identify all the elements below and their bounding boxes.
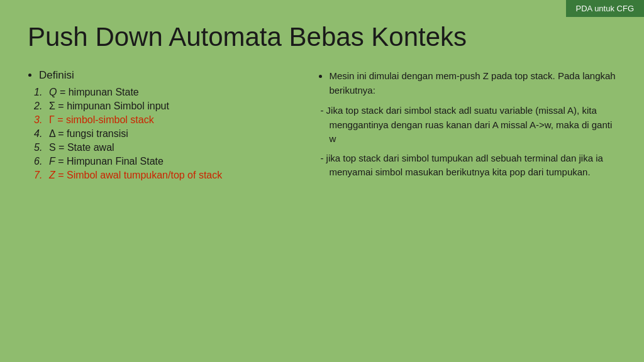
list-num-2: 2.	[34, 101, 49, 112]
list-num-1: 1.	[34, 87, 49, 98]
list-text-2: Σ = himpunan Simbol input	[49, 101, 169, 112]
list-text-3: Γ = simbol-simbol stack	[49, 114, 154, 126]
left-bullet-list: Definisi	[39, 69, 299, 82]
list-item-2: 2. Σ = himpunan Simbol input	[34, 101, 299, 112]
list-item-5: 5. S = State awal	[34, 142, 299, 153]
right-bullet-item: Mesin ini dimulai dengan mem-push Z pada…	[329, 69, 616, 97]
right-column: Mesin ini dimulai dengan mem-push Z pada…	[318, 69, 616, 185]
top-bar-text: PDA untuk CFG	[576, 4, 634, 13]
list-text-6: F = Himpunan Final State	[49, 156, 164, 167]
dash-item-1: Jika top stack dari simbol stack adl sua…	[320, 104, 616, 146]
list-text-4: Δ = fungsi transisi	[49, 128, 128, 140]
list-num-5: 5.	[34, 142, 49, 153]
slide-title: Push Down Automata Bebas Konteks	[28, 23, 616, 52]
definisi-item: Definisi	[39, 69, 299, 82]
list-text-1: Q = himpunan State	[49, 87, 139, 98]
list-num-4: 4.	[34, 128, 49, 140]
list-text-7: Z = Simbol awal tumpukan/top of stack	[49, 170, 222, 181]
right-bullet-list: Mesin ini dimulai dengan mem-push Z pada…	[329, 69, 616, 97]
columns-container: Definisi 1. Q = himpunan State 2. Σ = hi…	[28, 69, 616, 185]
slide-content: Push Down Automata Bebas Konteks Definis…	[0, 0, 644, 362]
list-num-7: 7.	[34, 170, 49, 181]
list-item-4: 4. Δ = fungsi transisi	[34, 128, 299, 140]
right-bullet-text: Mesin ini dimulai dengan mem-push Z pada…	[329, 70, 615, 96]
list-item-6: 6. F = Himpunan Final State	[34, 156, 299, 167]
dash-item-2: jika top stack dari simbol tumpukan adl …	[320, 151, 616, 180]
left-column: Definisi 1. Q = himpunan State 2. Σ = hi…	[28, 69, 299, 185]
list-num-6: 6.	[34, 156, 49, 167]
list-item-1: 1. Q = himpunan State	[34, 87, 299, 98]
list-item-3: 3. Γ = simbol-simbol stack	[34, 114, 299, 126]
list-text-5: S = State awal	[49, 142, 114, 153]
numbered-list: 1. Q = himpunan State 2. Σ = himpunan Si…	[34, 87, 299, 181]
top-bar-label: PDA untuk CFG	[566, 0, 644, 17]
dash-text-2: jika top stack dari simbol tumpukan adl …	[326, 153, 603, 178]
list-item-7: 7. Z = Simbol awal tumpukan/top of stack	[34, 170, 299, 181]
list-num-3: 3.	[34, 114, 49, 126]
dash-text-1: Jika top stack dari simbol stack adl sua…	[326, 105, 613, 144]
